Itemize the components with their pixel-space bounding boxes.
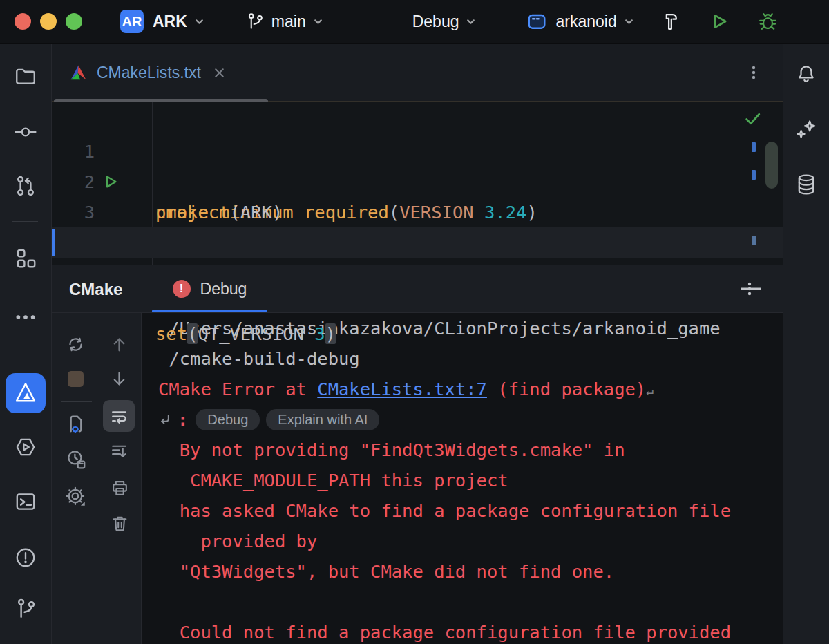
inline-prompt-arrow-icon [158,413,171,426]
ai-actions-row: : Debug Explain with AI [158,404,783,435]
console-toolbar [52,313,142,644]
more-tools-button[interactable] [14,305,37,329]
terminal-tool-button[interactable] [14,490,37,513]
problems-tool-button[interactable] [14,546,37,569]
editor-tab-bar: CMakeLists.txt [52,44,783,102]
error-message-line: CMAKE_MODULE_PATH this project [158,465,783,495]
stop-button-disabled [68,371,84,387]
cmake-console-output[interactable]: /Users/anastasiakazakova/CLionProjects/a… [142,313,783,644]
error-message-line: has asked CMake to find a package config… [158,495,783,526]
debug-button[interactable] [757,11,779,32]
error-message-line: "Qt3Widgets", but CMake did not find one… [158,556,783,587]
run-config-chevron-icon[interactable] [623,16,635,28]
editor-column: CMakeLists.txt 1 cmake_minimum_r [52,44,783,644]
project-tool-button[interactable] [14,65,37,88]
change-marker [752,236,756,245]
editor-scrollbar-thumb[interactable] [765,142,778,189]
explain-with-ai-button[interactable]: Explain with AI [266,409,379,430]
run-button[interactable] [709,11,730,32]
minimize-window-button[interactable] [40,13,57,30]
console-error-line: CMake Error at CMakeLists.txt:7 (find_pa… [158,374,783,404]
cmake-settings-file-icon[interactable] [66,414,87,435]
right-toolbar [783,44,829,644]
zoom-window-button[interactable] [66,13,82,30]
tool-window-title: CMake [69,265,122,313]
commit-tool-button[interactable] [14,120,37,144]
prompt-colon: : [178,409,188,430]
code-line-4: 4 [52,197,783,227]
project-chevron-icon[interactable] [193,16,205,28]
settings-gear-icon[interactable] [65,486,87,508]
up-arrow-icon[interactable] [110,335,128,354]
scroll-to-end-icon[interactable] [110,442,128,460]
main-area: CMakeLists.txt 1 cmake_minimum_r [0,44,829,644]
cmake-file-icon [69,64,88,82]
tab-cmakelists[interactable]: CMakeLists.txt [52,44,227,101]
code-line-2: 2 project(ARK) [52,136,783,167]
change-marker [752,142,756,152]
close-window-button[interactable] [15,13,31,30]
tool-window-tab-label: Debug [200,280,247,299]
down-arrow-icon[interactable] [110,370,128,388]
tool-window-header: CMake ! Debug [52,265,783,313]
print-icon[interactable] [111,479,129,498]
code-line-1: 1 cmake_minimum_required(VERSION 3.24) [52,106,783,136]
error-message-line: provided by [158,526,783,556]
branch-name[interactable]: main [271,12,306,31]
reload-cmake-icon[interactable] [66,335,85,354]
project-icon[interactable]: AR [120,10,144,33]
notifications-bell-icon[interactable] [795,64,817,86]
close-tab-icon[interactable] [212,66,227,80]
titlebar: AR ARK main Debug arkanoid [0,0,829,44]
run-config-name[interactable]: arkanoid [555,12,616,31]
caret-line-marker [52,229,55,256]
error-file-link[interactable]: CMakeLists.txt:7 [317,379,487,399]
toolbar-divider [61,401,92,402]
tab-options-kebab-icon[interactable] [745,64,762,81]
run-mode-selector[interactable]: Debug [412,12,459,31]
tool-window-body: /Users/anastasiakazakova/CLionProjects/a… [52,313,783,644]
blank-line [158,587,783,617]
cmake-tool-button[interactable] [6,373,46,413]
tool-window-tab-debug[interactable]: ! Debug [152,265,267,312]
active-tool-tab-underline [152,310,267,312]
run-config-icon[interactable] [526,11,547,32]
change-marker [752,170,756,180]
project-name[interactable]: ARK [153,12,187,31]
database-icon[interactable] [794,173,818,196]
profiling-history-icon[interactable] [65,448,87,471]
error-message-line: By not providing "FindQt3Widgets.cmake" … [158,435,783,465]
error-message-line: Could not find a package configuration f… [158,617,783,644]
code-line-3: 3 set(CMAKE_CXX_STANDARD 17) [52,167,783,197]
build-hammer-button[interactable] [660,11,681,32]
tab-label: CMakeLists.txt [97,64,201,82]
run-mode-chevron-icon[interactable] [465,16,477,28]
code-line-5-current: 5 set(QT_VERSION 3) [52,227,783,258]
debug-action-button[interactable]: Debug [196,409,260,430]
clion-window: AR ARK main Debug arkanoid [0,0,829,644]
ai-assistant-sparkles-icon[interactable] [794,119,818,142]
error-badge: ! [173,280,191,298]
hide-tool-window-button[interactable] [741,288,761,290]
structure-tool-button[interactable] [14,246,37,269]
clear-console-trash-icon[interactable] [111,514,129,533]
pull-requests-tool-button[interactable] [14,174,37,198]
code-editor[interactable]: 1 cmake_minimum_required(VERSION 3.24) 2… [52,102,783,265]
branch-chevron-icon[interactable] [312,16,324,28]
run-tool-button[interactable] [14,435,37,459]
git-branch-icon[interactable] [245,12,265,31]
left-toolbar [0,44,52,644]
version-control-tool-button[interactable] [14,597,37,621]
soft-wrap-toggle-selected[interactable] [103,400,135,432]
soft-wrap-marker: ↵ [646,383,654,398]
rail-divider [12,221,38,222]
inspection-ok-icon[interactable] [743,109,762,128]
